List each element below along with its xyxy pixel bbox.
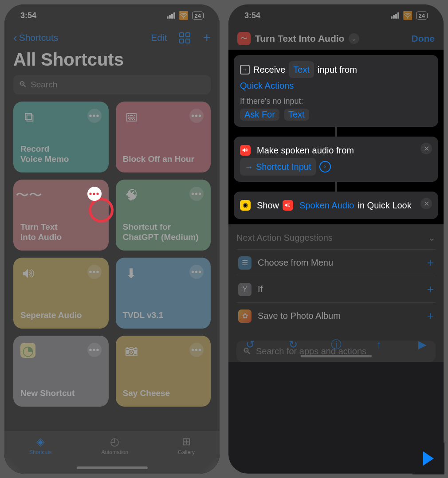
tile-label: Say Cheese [123,388,204,399]
eye-icon: ◉ [240,200,251,211]
input-icon: → [240,65,250,74]
wifi-icon: ︎🛜 [403,11,413,20]
back-button[interactable]: ‹ Shortcuts [13,31,58,45]
photos-icon: ✿ [238,310,252,323]
input-type-token[interactable]: Text [289,61,314,78]
tile-more-button[interactable]: ••• [87,343,102,357]
shortcut-tile[interactable]: 📅︎••• Block Off an Hour [116,102,211,172]
calendar-icon: 📅︎ [123,109,140,125]
chevron-down-icon[interactable]: ⌄ [428,232,436,243]
done-button[interactable]: Done [412,33,435,44]
add-shortcut-button[interactable]: + [203,30,211,45]
add-suggestion-button[interactable]: + [427,309,434,323]
shortcut-tile[interactable]: 🧠︎••• Shortcut for ChatGPT (Medium) [116,180,211,251]
text: input from [318,62,357,77]
wifi-icon: ︎🛜 [179,11,189,20]
shortcuts-grid: ⧉••• Record Voice Memo 📅︎••• Block Off a… [4,102,220,407]
layout-grid-icon[interactable] [179,32,190,43]
home-indicator [301,355,372,357]
speaker-icon: 🔊︎ [283,200,293,211]
spoken-audio-token[interactable]: Spoken Audio [299,198,354,213]
source-token[interactable]: Quick Actions [240,78,294,93]
back-label: Shortcuts [19,32,59,43]
tile-label: TVDL v3.1 [123,310,204,321]
gallery-icon: ⊞ [182,435,191,448]
page-title: All Shortcuts [4,46,220,75]
shortcut-input-token[interactable]: → Shortcut Input [240,158,316,176]
edit-button[interactable]: Edit [151,32,167,43]
tile-more-button[interactable]: ••• [87,265,102,279]
speaker-icon: 🔊︎ [20,265,37,282]
remove-action-button[interactable]: ✕ [420,198,432,209]
status-time: 3:54 [244,11,260,20]
signal-icon [391,12,399,19]
shortcut-tile[interactable]: 🔊︎••• Seperate Audio [13,258,109,329]
camera-icon: 📷︎ [123,343,140,360]
tile-label: Seperate Audio [20,310,102,321]
editor-header: 〜 Turn Text Into Audio ⌄ Done [228,27,444,50]
clock-icon: ◴ [110,435,119,448]
action-receive-input[interactable]: → Receive Text input from Quick Actions … [234,55,438,127]
shortcut-title[interactable]: Turn Text Into Audio [255,33,344,44]
share-button[interactable]: ↑ [372,337,387,352]
shortcut-app-icon: 〜 [237,32,251,45]
run-button[interactable]: ▶ [415,337,430,352]
suggestions-header: Next Action Suggestions [236,233,333,243]
next-action-suggestions: Next Action Suggestions ⌄ ☰Choose from M… [228,224,444,333]
undo-button[interactable]: ↺ [243,337,258,352]
remove-action-button[interactable]: ✕ [420,143,432,154]
tile-more-button[interactable]: ••• [189,265,204,279]
tab-automation[interactable]: ◴Automation [101,435,128,455]
tile-more-button[interactable]: ••• [189,343,204,357]
highlight-annotation [89,198,114,223]
tile-label: Record Voice Memo [20,144,102,165]
tile-more-button[interactable]: ••• [87,109,102,123]
text: in Quick Look [358,198,411,213]
tile-more-button[interactable]: ••• [189,109,204,123]
add-suggestion-button[interactable]: + [427,282,434,296]
input-glyph-icon: → [244,159,253,174]
disclosure-arrow-icon[interactable]: › [319,161,331,172]
overlay-play-button[interactable] [413,443,444,474]
battery-icon: 24 [192,12,204,20]
tab-gallery[interactable]: ⊞Gallery [178,435,195,455]
text: Show [257,198,279,213]
right-screen: 3:54 ︎🛜 24 〜 Turn Text Into Audio ⌄ Done… [228,4,444,474]
suggestion-item[interactable]: ☰Choose from Menu + [236,249,436,276]
connector-line [335,127,337,137]
no-input-label: If there's no input: [240,97,432,106]
search-placeholder: Search [31,80,57,90]
status-time: 3:54 [20,11,36,20]
tile-label: Block Off an Hour [123,154,204,165]
shortcut-tile[interactable]: ◔••• New Shortcut [13,336,109,407]
shortcut-tile[interactable]: ⧉••• Record Voice Memo [13,102,109,172]
basecamp-icon: ◔ [20,343,35,358]
ask-for-type-token[interactable]: Text [284,109,309,121]
play-icon [423,451,434,466]
search-input[interactable]: 🔍︎ Search [13,75,211,94]
shortcut-tile[interactable]: 📷︎••• Say Cheese [116,336,211,407]
download-icon: ⬇︎ [123,265,140,282]
action-quick-look[interactable]: ✕ ◉ Show 🔊︎ Spoken Audio in Quick Look [234,192,438,219]
speaker-icon: 🔊︎ [240,145,251,156]
tile-label: Shortcut for ChatGPT (Medium) [123,222,204,243]
status-icons: ︎🛜 24 [391,11,428,20]
tab-shortcuts[interactable]: ◈Shortcuts [29,435,52,455]
info-button[interactable]: ⓘ [329,337,344,352]
text: Make spoken audio from [257,143,354,158]
suggestion-item[interactable]: YIf + [236,276,436,302]
suggestion-item[interactable]: ✿Save to Photo Album + [236,302,436,329]
chevron-down-icon[interactable]: ⌄ [349,33,359,44]
shortcut-tile[interactable]: ⬇︎••• TVDL v3.1 [116,258,211,329]
ask-for-token[interactable]: Ask For [240,109,279,121]
add-suggestion-button[interactable]: + [427,256,434,270]
text: Receive [253,62,285,77]
action-make-spoken-audio[interactable]: ✕ 🔊︎ Make spoken audio from → Shortcut I… [234,137,438,182]
tile-more-button-highlighted[interactable]: ••• [87,187,102,201]
layers-icon: ◈ [36,435,44,448]
tile-more-button[interactable]: ••• [189,187,204,201]
redo-button[interactable]: ↻ [286,337,301,352]
status-icons: ︎🛜 24 [167,11,204,20]
menu-icon: ☰ [238,256,252,270]
branch-icon: Y [238,283,252,296]
